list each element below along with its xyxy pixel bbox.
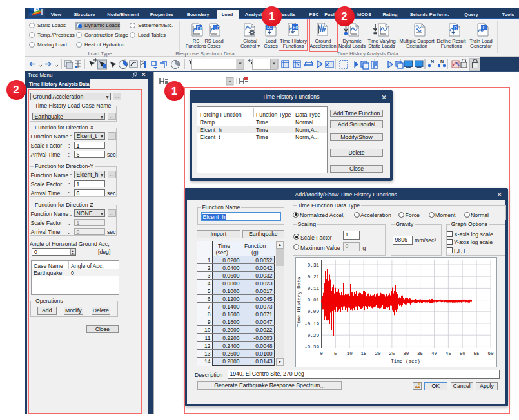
svg-text:Fn: Fn — [197, 26, 202, 30]
svg-text:LC: LC — [215, 26, 220, 30]
svg-text:N: N — [431, 59, 434, 64]
svg-text:R: R — [454, 26, 457, 30]
svg-text:N: N — [440, 59, 444, 64]
